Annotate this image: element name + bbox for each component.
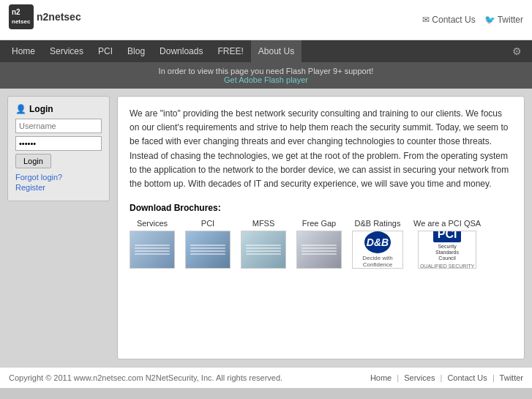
nav-services[interactable]: Services: [42, 40, 91, 62]
brochure-dnb[interactable]: D&B Ratings D&B Decide with Confidence: [352, 219, 403, 269]
sidebar: 👤 Login Login Forgot login? Register: [7, 96, 110, 201]
top-links: ✉ Contact Us 🐦 Twitter: [422, 15, 523, 25]
brochure-services-thumb: [130, 231, 175, 269]
brochure-pci-label: PCI: [201, 219, 214, 228]
nav-free[interactable]: FREE!: [210, 40, 250, 62]
sidebar-links: Forgot login? Register: [15, 173, 102, 192]
flash-message: In order to view this page you need Flas…: [159, 67, 374, 75]
brochure-freegap-label: Free Gap: [302, 219, 336, 228]
nav-home[interactable]: Home: [4, 40, 42, 62]
footer-contact-link[interactable]: Contact Us: [447, 373, 487, 382]
twitter-icon: 🐦: [484, 15, 495, 25]
gear-icon[interactable]: ⚙: [506, 45, 528, 57]
brochure-services[interactable]: Services: [130, 219, 175, 269]
footer: Copyright © 2011 www.n2netsec.com N2NetS…: [0, 367, 532, 388]
brochure-mfss-thumb: [241, 231, 286, 269]
brochure-dnb-label: D&B Ratings: [355, 219, 401, 228]
get-flash-link[interactable]: Get Adobe Flash player: [224, 75, 308, 84]
user-icon: 👤: [15, 104, 26, 114]
dnb-logo: D&B: [364, 231, 391, 253]
nav-about[interactable]: About Us: [251, 40, 301, 62]
about-text: We are "into" providing the best network…: [130, 107, 512, 191]
brochure-dnb-thumb: D&B Decide with Confidence: [352, 231, 403, 269]
content-area: We are "into" providing the best network…: [117, 96, 525, 359]
brochures-title: Download Brochures:: [130, 203, 512, 213]
brochure-mfss[interactable]: MFSS: [241, 219, 286, 269]
brochure-pci-thumb: [185, 231, 231, 269]
brochure-pci[interactable]: PCI: [185, 219, 231, 269]
svg-text:n2netsec: n2netsec: [37, 11, 81, 23]
svg-text:n2: n2: [12, 8, 20, 16]
brochure-services-label: Services: [137, 219, 168, 228]
login-button[interactable]: Login: [15, 154, 51, 168]
brochures-grid: Services PCI: [130, 219, 512, 269]
footer-services-link[interactable]: Services: [404, 373, 435, 382]
brochures-section: Download Brochures: Services: [130, 203, 512, 269]
brochure-freegap-thumb: [296, 231, 342, 269]
logo: n2 netsec n2netsec: [9, 4, 97, 35]
brochure-freegap[interactable]: Free Gap: [296, 219, 342, 269]
login-heading: 👤 Login: [15, 104, 102, 114]
svg-text:netsec: netsec: [12, 18, 31, 25]
pci-badge: PCI: [433, 231, 462, 242]
password-input[interactable]: [15, 136, 102, 151]
footer-links: Home | Services | Contact Us | Twitter: [370, 373, 523, 382]
register-link[interactable]: Register: [15, 183, 102, 192]
nav-pci[interactable]: PCI: [91, 40, 120, 62]
twitter-link[interactable]: 🐦 Twitter: [484, 15, 523, 25]
username-input[interactable]: [15, 119, 102, 133]
nav-bar: Home Services PCI Blog Downloads FREE! A…: [0, 40, 532, 62]
footer-copyright: Copyright © 2011 www.n2netsec.com N2NetS…: [9, 373, 282, 382]
footer-home-link[interactable]: Home: [370, 373, 391, 382]
forgot-login-link[interactable]: Forgot login?: [15, 173, 102, 182]
nav-downloads[interactable]: Downloads: [152, 40, 210, 62]
top-bar: n2 netsec n2netsec ✉ Contact Us 🐦 Twitte…: [0, 0, 532, 40]
brochure-mfss-label: MFSS: [252, 219, 275, 228]
footer-twitter-link[interactable]: Twitter: [500, 373, 523, 382]
nav-blog[interactable]: Blog: [120, 40, 152, 62]
main-wrapper: 👤 Login Login Forgot login? Register We …: [0, 89, 532, 367]
brochure-pciqsa[interactable]: We are a PCI QSA PCI SecurityStandardsCo…: [413, 219, 481, 269]
brochure-pciqsa-label: We are a PCI QSA: [413, 219, 481, 228]
flash-notice-bar: In order to view this page you need Flas…: [0, 62, 532, 89]
contact-us-link[interactable]: ✉ Contact Us: [422, 15, 475, 25]
brochure-pciqsa-thumb: PCI SecurityStandardsCouncil QUALIFIED S…: [418, 231, 476, 269]
mail-icon: ✉: [422, 15, 430, 25]
